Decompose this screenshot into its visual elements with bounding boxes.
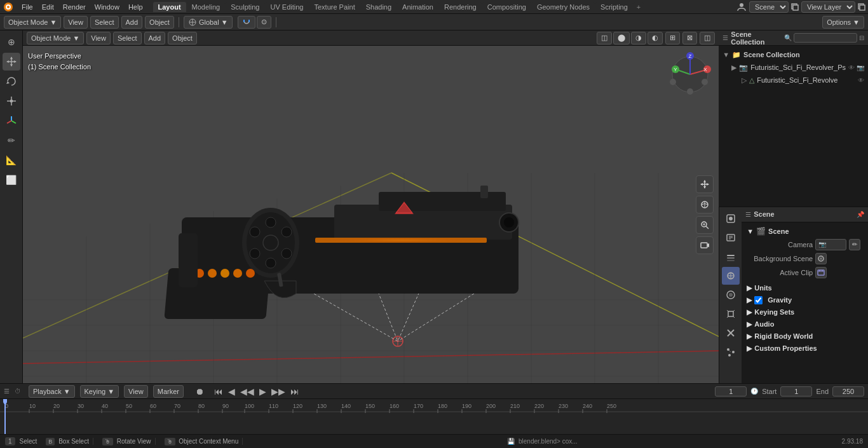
select-move-icon[interactable] xyxy=(3,53,20,71)
gravity-section-header[interactable]: ▶ Gravity xyxy=(744,294,865,306)
keying-menu[interactable]: Keying ▼ xyxy=(80,385,119,398)
scene-section-header[interactable]: ▼ 🎬 Scene xyxy=(744,225,865,238)
render-shading[interactable]: ◐ xyxy=(648,32,663,44)
outliner-search-input[interactable] xyxy=(794,33,857,43)
current-frame-input[interactable] xyxy=(715,386,747,397)
props-world-icon[interactable] xyxy=(722,286,740,304)
transform-icon[interactable] xyxy=(3,112,20,130)
props-scene-icon[interactable] xyxy=(722,267,740,285)
custom-props-section-header[interactable]: ▶ Custom Properties xyxy=(744,343,865,355)
select-button[interactable]: Select xyxy=(90,16,119,29)
view-layer-selector[interactable]: View Layer xyxy=(801,1,855,13)
menu-help[interactable]: Help xyxy=(125,2,147,12)
viewport-gizmo[interactable]: X Y Z xyxy=(668,52,712,97)
viewport-mode-btn[interactable]: Object Mode ▼ xyxy=(27,32,84,44)
view-button[interactable]: View xyxy=(64,16,88,29)
snap-toggle[interactable] xyxy=(238,16,255,29)
view-menu[interactable]: View xyxy=(124,385,148,398)
tab-rendering[interactable]: Rendering xyxy=(439,2,482,12)
record-btn[interactable]: ⏺ xyxy=(194,387,205,396)
filter-icon[interactable]: ⊟ xyxy=(859,34,864,41)
outliner-item-mesh[interactable]: ▷ △ Futuristic_Sci_Fi_Revolve 👁 xyxy=(719,74,868,86)
object-button[interactable]: Object xyxy=(145,16,174,29)
object-mode-button[interactable]: Object Mode ▼ xyxy=(4,16,61,29)
tab-layout[interactable]: Layout xyxy=(153,2,186,12)
menu-render[interactable]: Render xyxy=(59,2,90,12)
prev-frame-btn[interactable]: ◀ xyxy=(227,387,236,396)
camera-value[interactable]: 📷 xyxy=(815,239,846,250)
props-modifier-icon[interactable] xyxy=(722,324,740,342)
menu-file[interactable]: File xyxy=(18,2,37,12)
next-frame-btn[interactable]: ▶▶ xyxy=(270,387,287,396)
outliner-item-revolver-ps[interactable]: ▶ 📷 Futuristic_Sci_Fi_Revolver_Ps 👁 📷 xyxy=(719,61,868,74)
select-mode-btn[interactable]: 1 xyxy=(5,437,15,445)
viewport-overlay-btn[interactable]: ⊠ xyxy=(682,32,697,44)
tab-texture-paint[interactable]: Texture Paint xyxy=(309,2,360,12)
props-particles-icon[interactable] xyxy=(722,343,740,361)
units-section-header[interactable]: ▶ Units xyxy=(744,282,865,294)
menu-window[interactable]: Window xyxy=(91,2,123,12)
transform-selector-button[interactable]: Global ▼ xyxy=(184,16,233,29)
viewport-view-btn[interactable]: View xyxy=(86,32,111,44)
wireframe-shading[interactable]: ◫ xyxy=(597,32,612,44)
camera-picker-btn[interactable]: ✏ xyxy=(849,239,860,250)
tab-animation[interactable]: Animation xyxy=(397,2,438,12)
viewport-orbit-btn[interactable] xyxy=(696,196,714,214)
eye-icon-2[interactable]: 👁 xyxy=(858,77,864,84)
play-btn[interactable]: ▶ xyxy=(258,387,268,396)
props-output-icon[interactable] xyxy=(722,229,740,247)
active-clip-icon-btn[interactable] xyxy=(815,267,827,278)
props-object-icon[interactable] xyxy=(722,305,740,323)
select-cursor-icon[interactable]: ⊕ xyxy=(3,33,20,51)
keying-sets-section-header[interactable]: ▶ Keying Sets xyxy=(744,306,865,318)
viewport-object-btn[interactable]: Object xyxy=(168,32,197,44)
skip-end-btn[interactable]: ⏭ xyxy=(289,387,301,396)
tab-sculpting[interactable]: Sculpting xyxy=(226,2,264,12)
playback-menu[interactable]: Playback ▼ xyxy=(29,385,75,398)
proportional-edit[interactable]: ⊙ xyxy=(257,16,271,29)
viewport-gizmo-btn[interactable]: ⊞ xyxy=(665,32,680,44)
tab-scripting[interactable]: Scripting xyxy=(595,2,633,12)
play-reverse-btn[interactable]: ◀◀ xyxy=(239,387,255,396)
marker-menu[interactable]: Marker xyxy=(153,385,184,398)
gravity-checkbox[interactable] xyxy=(754,296,763,304)
skip-start-btn[interactable]: ⏮ xyxy=(213,387,224,396)
props-header-pin[interactable]: 📌 xyxy=(857,211,864,218)
measure-icon[interactable]: 📐 xyxy=(3,151,20,169)
tab-geometry-nodes[interactable]: Geometry Nodes xyxy=(532,2,595,12)
outliner-scene-collection[interactable]: ▼ 📁 Scene Collection xyxy=(719,48,868,61)
viewport-xray-btn[interactable]: ◫ xyxy=(700,32,715,44)
solid-shading[interactable]: ⬤ xyxy=(613,32,630,44)
select-rotate-icon[interactable] xyxy=(3,72,20,90)
props-view-layer-icon[interactable] xyxy=(722,248,740,266)
tab-uv-editing[interactable]: UV Editing xyxy=(266,2,309,12)
render-icon[interactable]: 📷 xyxy=(857,64,864,71)
options-button[interactable]: Options ▼ xyxy=(822,16,864,29)
viewport-select-btn[interactable]: Select xyxy=(113,32,142,44)
rigid-body-section-header[interactable]: ▶ Rigid Body World xyxy=(744,330,865,343)
viewport-pan-btn[interactable] xyxy=(696,175,714,193)
start-frame-input[interactable] xyxy=(780,386,812,397)
select-scale-icon[interactable] xyxy=(3,92,20,110)
timeline-ruler[interactable]: 0 10 20 30 40 50 60 70 80 90 100 110 120 xyxy=(0,399,868,434)
viewport[interactable]: Object Mode ▼ View Select Add Object ◫ ⬤… xyxy=(23,31,719,383)
audio-section-header[interactable]: ▶ Audio xyxy=(744,318,865,330)
eye-icon[interactable]: 👁 xyxy=(848,64,855,71)
tab-shading[interactable]: Shading xyxy=(361,2,397,12)
viewport-zoom-btn[interactable] xyxy=(696,216,714,234)
material-shading[interactable]: ◑ xyxy=(631,32,646,44)
viewport-canvas[interactable]: User Perspective (1) Scene Collection X … xyxy=(23,46,719,383)
scene-selector[interactable]: Scene xyxy=(749,1,789,13)
tab-modeling[interactable]: Modeling xyxy=(187,2,226,12)
menu-edit[interactable]: Edit xyxy=(38,2,58,12)
annotate-icon[interactable]: ✏ xyxy=(3,132,20,149)
background-scene-icon-btn[interactable] xyxy=(815,253,827,264)
tab-compositing[interactable]: Compositing xyxy=(482,2,531,12)
viewport-camera-btn[interactable] xyxy=(696,236,714,254)
tab-add[interactable]: + xyxy=(634,2,644,12)
props-render-icon[interactable] xyxy=(722,210,740,227)
end-frame-input[interactable] xyxy=(832,386,864,397)
add-cube-icon[interactable]: ⬜ xyxy=(3,171,20,189)
add-button[interactable]: Add xyxy=(121,16,143,29)
viewport-add-btn[interactable]: Add xyxy=(144,32,166,44)
